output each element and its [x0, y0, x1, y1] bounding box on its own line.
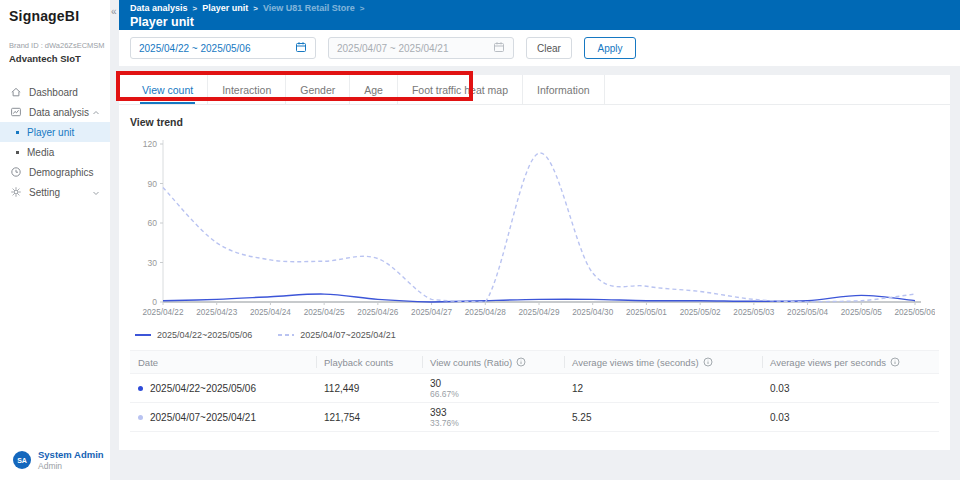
cell-average-views-per-second: 0.03: [762, 383, 939, 394]
bullet-icon: [16, 151, 19, 154]
tab-age[interactable]: Age: [350, 75, 398, 104]
column-header-date: Date: [130, 351, 316, 373]
legend-swatch: [278, 334, 294, 336]
column-label: Average views time (seconds): [572, 357, 699, 368]
sidebar-item-label: Setting: [29, 187, 60, 198]
cell-date: 2025/04/22~2025/05/06: [130, 383, 316, 394]
sidebar-item-label: Demographics: [29, 167, 93, 178]
cell-view-counts-ratio: 39333.76%: [422, 407, 564, 428]
date-range-primary-value: 2025/04/22 ~ 2025/05/06: [139, 43, 251, 54]
table-body: 2025/04/22~2025/05/06112,4493066.67%120.…: [130, 374, 939, 432]
sidebar-item-setting[interactable]: Setting: [0, 182, 110, 202]
chart-area: 03060901202025/04/222025/04/232025/04/24…: [119, 128, 950, 328]
table-header: DatePlayback countsView counts (Ratio)Av…: [130, 350, 939, 374]
sidebar-item-demographics[interactable]: Demographics: [0, 162, 110, 182]
date-range-compare-value: 2025/04/07 ~ 2025/04/21: [337, 43, 449, 54]
user-profile[interactable]: SA System Admin Admin: [13, 449, 104, 471]
filter-bar: 2025/04/22 ~ 2025/05/06 2025/04/07 ~ 202…: [119, 30, 960, 66]
column-header-average-views-per-seconds: Average views per seconds: [762, 351, 939, 373]
clock-icon: [10, 166, 22, 178]
calendar-icon: [493, 41, 505, 55]
content-card: View countInteractionGenderAgeFoot traff…: [119, 75, 950, 450]
tab-interaction[interactable]: Interaction: [208, 75, 286, 104]
series-dot-icon: [138, 386, 143, 391]
sidebar-item-player-unit[interactable]: Player unit: [0, 122, 110, 142]
sidebar-item-data-analysis[interactable]: Data analysis: [0, 102, 110, 122]
breadcrumb-separator: >: [193, 4, 198, 13]
column-header-playback-counts: Playback counts: [316, 351, 422, 373]
svg-text:2025/04/22: 2025/04/22: [143, 308, 184, 317]
cell-playback-counts: 121,754: [316, 412, 422, 423]
sidebar-item-label: Player unit: [27, 127, 74, 138]
apply-button[interactable]: Apply: [584, 37, 636, 59]
legend-item[interactable]: 2025/04/22~2025/05/06: [135, 330, 252, 340]
summary-table: DatePlayback countsView counts (Ratio)Av…: [130, 350, 939, 432]
page-header: Data analysis>Player unit>View U81 Retai…: [119, 0, 960, 30]
column-header-view-counts-ratio-: View counts (Ratio): [422, 351, 564, 373]
legend-label: 2025/04/22~2025/05/06: [157, 330, 252, 340]
breadcrumb-item[interactable]: Data analysis: [130, 3, 188, 13]
breadcrumb: Data analysis>Player unit>View U81 Retai…: [130, 3, 960, 13]
svg-text:2025/04/28: 2025/04/28: [465, 308, 506, 317]
breadcrumb-item[interactable]: Player unit: [202, 3, 248, 13]
info-icon[interactable]: [516, 357, 526, 367]
gear-icon: [10, 186, 22, 198]
chart-legend: 2025/04/22~2025/05/062025/04/07~2025/04/…: [119, 328, 950, 340]
cell-playback-counts: 112,449: [316, 383, 422, 394]
cell-average-views-time: 12: [564, 383, 762, 394]
svg-text:2025/05/04: 2025/05/04: [787, 308, 828, 317]
tab-information[interactable]: Information: [523, 75, 605, 104]
svg-text:2025/04/29: 2025/04/29: [519, 308, 560, 317]
column-label: Playback counts: [324, 357, 393, 368]
sidebar-item-media[interactable]: Media: [0, 142, 110, 162]
column-header-average-views-time-seconds-: Average views time (seconds): [564, 351, 762, 373]
svg-text:2025/04/25: 2025/04/25: [304, 308, 345, 317]
svg-text:2025/04/27: 2025/04/27: [411, 308, 452, 317]
info-icon[interactable]: [890, 357, 900, 367]
legend-item[interactable]: 2025/04/07~2025/04/21: [278, 330, 395, 340]
clear-button[interactable]: Clear: [526, 37, 572, 59]
column-label: Date: [138, 357, 158, 368]
svg-text:90: 90: [148, 179, 158, 189]
brand-name: Advantech SIoT: [9, 53, 110, 64]
avatar: SA: [13, 451, 31, 469]
column-label: View counts (Ratio): [430, 357, 512, 368]
brand-block: Brand ID : dWa26ZsECMSM Advantech SIoT: [0, 24, 110, 64]
cell-average-views-per-second: 0.03: [762, 412, 939, 423]
tab-view-count[interactable]: View count: [128, 75, 208, 104]
sidebar-item-label: Data analysis: [29, 107, 89, 118]
svg-text:30: 30: [148, 258, 158, 268]
tab-gender[interactable]: Gender: [286, 75, 350, 104]
svg-text:2025/05/01: 2025/05/01: [626, 308, 667, 317]
series-line-dashed: [163, 153, 915, 302]
cell-average-views-time: 5.25: [564, 412, 762, 423]
calendar-icon: [295, 41, 307, 55]
table-row: 2025/04/22~2025/05/06112,4493066.67%120.…: [130, 374, 939, 403]
info-icon[interactable]: [703, 357, 713, 367]
home-icon: [10, 86, 22, 98]
sidebar-item-label: Dashboard: [29, 87, 78, 98]
chevron-up-icon: [92, 108, 100, 119]
sidebar-collapse-icon[interactable]: «: [111, 6, 119, 17]
sidebar-item-dashboard[interactable]: Dashboard: [0, 82, 110, 102]
user-role: Admin: [38, 461, 104, 471]
user-name: System Admin: [38, 449, 104, 460]
svg-text:2025/04/30: 2025/04/30: [572, 308, 613, 317]
date-range-input-primary[interactable]: 2025/04/22 ~ 2025/05/06: [130, 37, 316, 59]
bullet-icon: [16, 131, 19, 134]
tab-bar: View countInteractionGenderAgeFoot traff…: [119, 75, 950, 105]
svg-text:2025/04/23: 2025/04/23: [196, 308, 237, 317]
cell-date: 2025/04/07~2025/04/21: [130, 412, 316, 423]
breadcrumb-item: View U81 Retail Store: [263, 3, 355, 13]
svg-text:2025/04/26: 2025/04/26: [357, 308, 398, 317]
sidebar-item-label: Media: [27, 147, 54, 158]
chevron-down-icon: [92, 188, 100, 199]
legend-label: 2025/04/07~2025/04/21: [300, 330, 395, 340]
table-row: 2025/04/07~2025/04/21121,75439333.76%5.2…: [130, 403, 939, 432]
app-logo: SignageBI: [0, 0, 110, 24]
breadcrumb-separator: >: [360, 4, 365, 13]
svg-text:0: 0: [152, 297, 157, 307]
tab-foot-traffic-heat-map[interactable]: Foot traffic heat map: [398, 75, 523, 104]
series-line-solid: [163, 294, 915, 302]
date-range-input-compare[interactable]: 2025/04/07 ~ 2025/04/21: [328, 37, 514, 59]
